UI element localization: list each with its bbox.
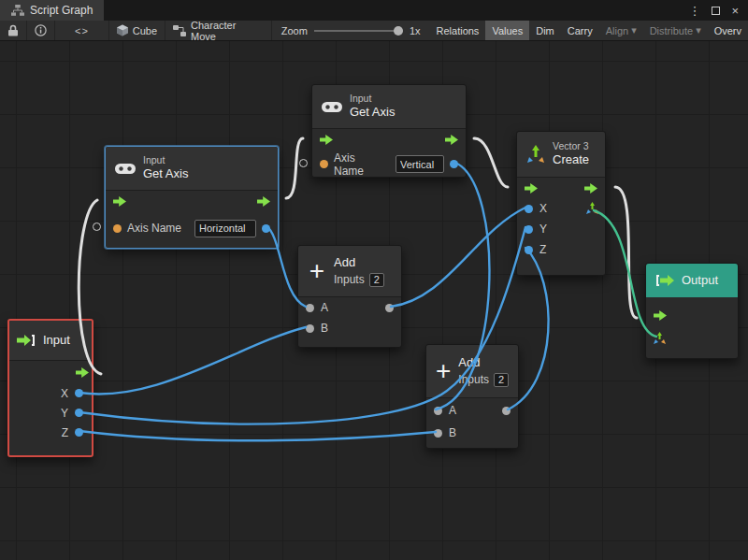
flow-out-port[interactable] (76, 367, 89, 378)
tab-script-graph[interactable]: Script Graph (0, 0, 104, 21)
z-out-port[interactable] (75, 428, 83, 437)
unconnected-port[interactable] (299, 159, 308, 167)
node-title: Create (553, 152, 589, 167)
info-icon (35, 24, 47, 36)
y-port[interactable] (525, 225, 533, 234)
button-align[interactable]: Align ▾ (599, 21, 643, 40)
port-label: Z (539, 243, 546, 256)
input-b-port[interactable] (434, 429, 442, 438)
unconnected-port[interactable] (93, 223, 101, 231)
tab-title: Script Graph (30, 4, 93, 17)
flow-in-port[interactable] (654, 310, 667, 321)
flow-in-row (646, 304, 738, 326)
code-view-button[interactable]: <> (55, 21, 109, 40)
add-icon: + (436, 358, 451, 384)
node-header: Input (9, 321, 92, 360)
node-get-axis-horizontal[interactable]: Input Get Axis Axis Name (105, 146, 279, 249)
vector3-result-port[interactable] (586, 202, 598, 214)
axis-name-field[interactable] (194, 220, 256, 237)
x-out-port[interactable] (75, 389, 83, 397)
button-dim[interactable]: Dim (529, 21, 561, 40)
port-row-x: X (9, 383, 92, 403)
breadcrumb-graph[interactable]: Cube (109, 21, 165, 40)
port-label: B (449, 426, 456, 439)
value-out-port[interactable] (262, 224, 270, 233)
tab-bar: Script Graph ⋮ × (0, 0, 748, 21)
inputs-label: Inputs (334, 273, 365, 286)
node-title: Output (682, 273, 718, 288)
button-overview[interactable]: Overv (708, 21, 748, 40)
inputs-count-field[interactable] (494, 373, 509, 387)
sum-out-port[interactable] (385, 304, 394, 312)
port-label: Y (61, 407, 68, 420)
zoom-slider[interactable] (314, 26, 403, 36)
node-category: Input (350, 93, 395, 105)
input-b-port[interactable] (306, 324, 314, 333)
maximize-icon[interactable] (712, 5, 720, 17)
node-category: Input (143, 154, 188, 166)
axis-name-row: Axis Name (106, 211, 278, 245)
breadcrumb-subgraph[interactable]: Character Move (165, 21, 272, 40)
script-graph-icon (11, 5, 24, 16)
value-out-port[interactable] (450, 160, 458, 168)
input-icon (17, 334, 36, 347)
menu-icon[interactable]: ⋮ (688, 5, 700, 17)
input-a-port[interactable] (306, 304, 314, 312)
close-icon[interactable]: × (731, 5, 739, 17)
output-icon (655, 274, 674, 287)
value-in-row (646, 326, 738, 349)
button-relations[interactable]: Relations (430, 21, 486, 40)
node-header: Vector 3 Create (517, 132, 605, 177)
node-add-2[interactable]: + Add Inputs A B (425, 344, 519, 449)
axis-name-field[interactable] (396, 155, 444, 173)
port-row-b: B (298, 318, 401, 338)
axis-name-row: Axis Name (312, 150, 466, 179)
node-graph-output[interactable]: Output (645, 263, 739, 359)
breadcrumb-subgraph-label: Character Move (191, 20, 264, 42)
port-label: Axis Name (334, 151, 384, 178)
info-button[interactable] (27, 21, 55, 40)
flow-out-port[interactable] (584, 183, 597, 194)
button-values[interactable]: Values (485, 21, 529, 40)
string-port[interactable] (320, 160, 328, 168)
flow-out-port[interactable] (257, 196, 270, 207)
port-row-a: A (298, 297, 401, 318)
string-port[interactable] (113, 224, 122, 233)
node-title: Get Axis (143, 166, 188, 181)
flow-row (312, 129, 466, 150)
port-label: Y (539, 223, 547, 236)
node-vector3-create[interactable]: Vector 3 Create X Y Z (516, 131, 606, 276)
graph-toolbar: <> Cube Character Move Zoom 1x Relations… (0, 21, 748, 41)
input-a-port[interactable] (434, 407, 442, 415)
node-add-1[interactable]: + Add Inputs A B (297, 245, 402, 348)
vector3-value-port[interactable] (654, 332, 666, 344)
node-header: Input Get Axis (312, 85, 466, 128)
x-port[interactable] (525, 205, 533, 213)
sum-out-port[interactable] (502, 407, 511, 415)
node-title: Get Axis (350, 105, 395, 120)
flow-row (106, 191, 278, 211)
node-graph-input[interactable]: Input X Y Z (7, 319, 94, 457)
y-out-port[interactable] (75, 409, 83, 417)
button-carry[interactable]: Carry (561, 21, 599, 40)
node-get-axis-vertical[interactable]: Input Get Axis Axis Name (311, 84, 467, 178)
flow-in-port[interactable] (525, 183, 538, 194)
button-distribute-label: Distribute (650, 25, 693, 36)
z-port[interactable] (525, 246, 533, 254)
zoom-slider-handle[interactable] (394, 26, 403, 36)
subgraph-icon (173, 25, 186, 36)
port-label: X (539, 202, 547, 215)
flow-in-port[interactable] (113, 196, 126, 207)
gamepad-icon (322, 101, 342, 113)
button-distribute[interactable]: Distribute ▾ (643, 21, 708, 40)
port-row-a: A (426, 398, 518, 423)
flow-row (517, 178, 605, 198)
node-title: Input (43, 333, 70, 348)
flow-out-port[interactable] (445, 135, 458, 145)
port-label: X (61, 387, 68, 400)
lock-button[interactable] (0, 21, 27, 40)
toolbar-right: Relations Values Dim Carry Align ▾ Distr… (430, 21, 748, 40)
port-row-z: Z (9, 423, 92, 442)
inputs-count-field[interactable] (369, 273, 384, 287)
flow-in-port[interactable] (320, 135, 333, 145)
